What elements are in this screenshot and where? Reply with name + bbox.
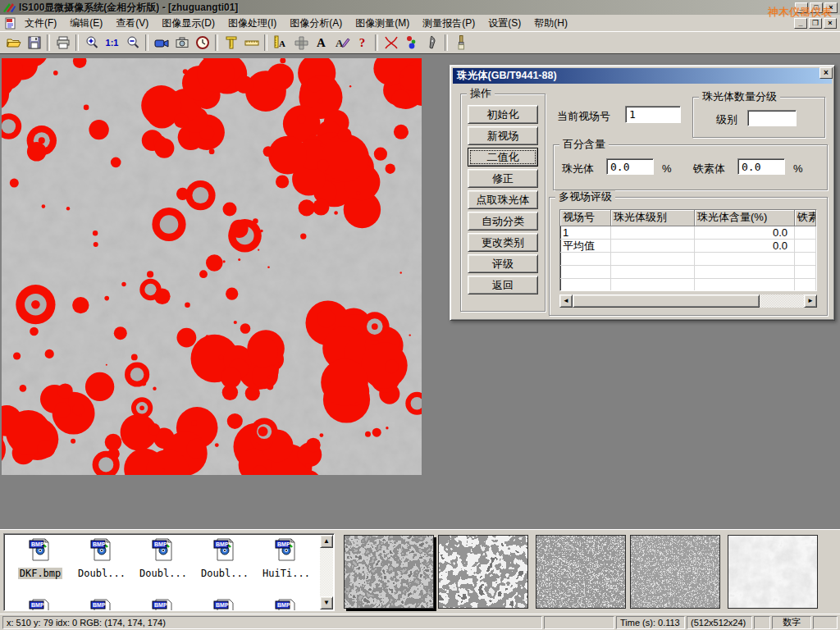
file-item[interactable]: BMP	[134, 598, 193, 611]
measure-text-icon[interactable]: A	[270, 33, 290, 52]
scroll-left-icon[interactable]: ◄	[559, 294, 573, 308]
level-input[interactable]	[747, 110, 797, 126]
application-window: IS100显微摄像系统(金相分析版) - [zhuguangti01] _ □ …	[0, 0, 840, 630]
file-label[interactable]: DKF.bmp	[18, 568, 63, 579]
thumbnail-5[interactable]	[728, 535, 818, 609]
menu-item-help[interactable]: 帮助(H)	[527, 15, 574, 32]
text-icon[interactable]: A	[311, 33, 331, 52]
pick-pearlite-button[interactable]: 点取珠光体	[468, 190, 538, 209]
toolbar-separator	[215, 34, 218, 51]
percent-group-label: 百分含量	[559, 138, 609, 150]
menu-item-report[interactable]: 测量报告(P)	[416, 15, 482, 32]
file-label[interactable]: Doubl...	[138, 568, 189, 579]
thumbnail-2[interactable]	[438, 535, 528, 609]
title-bar: IS100显微摄像系统(金相分析版) - [zhuguangti01] _ □ …	[0, 0, 840, 15]
pen-icon[interactable]	[422, 33, 442, 52]
return-button[interactable]: 返回	[468, 276, 538, 294]
file-label[interactable]: Doubl...	[199, 568, 250, 579]
file-item[interactable]: BMP	[72, 598, 131, 611]
thumbnail-3[interactable]	[536, 535, 626, 609]
toolbar-separator	[47, 34, 50, 51]
file-item[interactable]: BMP Doubl...	[195, 537, 254, 580]
caliper-icon[interactable]	[221, 33, 241, 52]
menu-item-image-display[interactable]: 图像显示(D)	[155, 15, 221, 32]
thumbnail-4[interactable]	[630, 535, 720, 609]
change-class-button[interactable]: 更改类别	[468, 233, 538, 252]
svg-text:BMP: BMP	[277, 602, 290, 608]
table-row[interactable]	[560, 266, 816, 279]
help-icon[interactable]: ?	[352, 33, 372, 52]
ruler-icon[interactable]	[241, 33, 262, 52]
menu-item-settings[interactable]: 设置(S)	[482, 15, 527, 32]
actual-size-icon[interactable]: 1:1	[102, 33, 122, 52]
table-row[interactable]: 1 0.0	[560, 226, 816, 240]
phase-particles-icon[interactable]	[401, 33, 422, 52]
file-item[interactable]: BMP HuiTi...	[257, 537, 316, 580]
menu-bar: 文件(F) 编辑(E) 查看(V) 图像显示(D) 图像处理(I) 图像分析(A…	[0, 15, 840, 31]
menu-item-image-analysis[interactable]: 图像分析(A)	[283, 15, 349, 32]
document-icon[interactable]	[4, 17, 16, 30]
file-item[interactable]: BMP Doubl...	[134, 537, 193, 580]
current-field-label: 当前视场号	[557, 109, 610, 124]
status-panel-empty	[544, 616, 614, 629]
zoom-in-icon[interactable]	[81, 33, 102, 52]
initialize-button[interactable]: 初始化	[468, 105, 538, 124]
timer-icon[interactable]	[192, 33, 212, 52]
file-item[interactable]: BMP	[11, 598, 70, 611]
bmp-file-icon: BMP	[274, 537, 299, 562]
scroll-up-icon[interactable]: ▲	[320, 535, 333, 548]
scroll-track[interactable]	[320, 548, 333, 596]
curve-tool-icon[interactable]	[381, 33, 401, 52]
merge-fields-icon[interactable]	[290, 33, 311, 52]
new-field-button[interactable]: 新视场	[468, 126, 538, 145]
ferrite-percent-input[interactable]: 0.0	[737, 158, 785, 175]
auto-classify-button[interactable]: 自动分类	[468, 212, 538, 231]
pearlite-percent-input[interactable]: 0.0	[606, 158, 654, 175]
thumbnail-1[interactable]	[344, 535, 434, 609]
file-item[interactable]: BMP	[257, 598, 316, 611]
grade-button[interactable]: 评级	[468, 254, 538, 273]
table-hscrollbar[interactable]: ◄ ►	[559, 294, 817, 308]
file-label[interactable]: Doubl...	[76, 568, 127, 579]
scroll-track[interactable]	[760, 294, 804, 308]
scroll-thumb[interactable]	[573, 294, 760, 308]
bmp-file-icon: BMP	[28, 537, 52, 562]
menu-item-file[interactable]: 文件(F)	[18, 15, 63, 32]
binarize-button[interactable]: 二值化	[468, 148, 538, 167]
open-icon[interactable]	[3, 33, 24, 52]
multifield-group-label: 多视场评级	[555, 190, 615, 203]
table-row[interactable]	[560, 253, 816, 266]
edit-text-icon[interactable]: A	[331, 33, 352, 52]
specimen-image[interactable]	[2, 58, 422, 475]
bmp-file-icon: BMP	[212, 537, 237, 562]
dialog-title: 珠光体(GB/T9441-88)	[457, 69, 557, 83]
mode-status: 数字	[772, 616, 811, 629]
print-icon[interactable]	[52, 33, 73, 52]
file-label[interactable]: HuiTi...	[261, 568, 312, 579]
file-item[interactable]: BMP Doubl...	[72, 537, 131, 580]
current-field-input[interactable]: 1	[625, 106, 681, 123]
scroll-right-icon[interactable]: ►	[804, 294, 817, 308]
menu-item-image-measure[interactable]: 图像测量(M)	[349, 15, 416, 32]
scroll-down-icon[interactable]: ▼	[320, 596, 333, 609]
dialog-title-bar[interactable]: 珠光体(GB/T9441-88)	[453, 68, 832, 84]
menu-item-image-process[interactable]: 图像处理(I)	[221, 15, 283, 32]
menu-item-edit[interactable]: 编辑(E)	[63, 15, 109, 32]
zoom-out-icon[interactable]	[122, 33, 143, 52]
svg-text:BMP: BMP	[154, 602, 167, 608]
file-item[interactable]: BMP DKF.bmp	[11, 537, 70, 580]
video-camera-icon[interactable]	[151, 33, 171, 52]
file-item[interactable]: BMP	[195, 598, 254, 611]
correct-button[interactable]: 修正	[468, 169, 538, 188]
save-icon[interactable]	[24, 33, 44, 52]
dialog-close-icon[interactable]: ×	[819, 67, 833, 79]
table-row[interactable]	[560, 279, 816, 291]
table-row[interactable]: 平均值 0.0	[560, 240, 816, 253]
brush-icon[interactable]	[450, 33, 471, 52]
capture-icon[interactable]	[171, 33, 192, 52]
svg-text:BMP: BMP	[216, 602, 229, 608]
multifield-group: 多视场评级 视场号 珠光体级别 珠光体含量(%) 铁素体 1 0.0	[549, 197, 828, 316]
file-browser-vscrollbar[interactable]: ▲ ▼	[320, 535, 333, 609]
menu-item-view[interactable]: 查看(V)	[109, 15, 155, 32]
toolbar-separator	[75, 34, 79, 51]
